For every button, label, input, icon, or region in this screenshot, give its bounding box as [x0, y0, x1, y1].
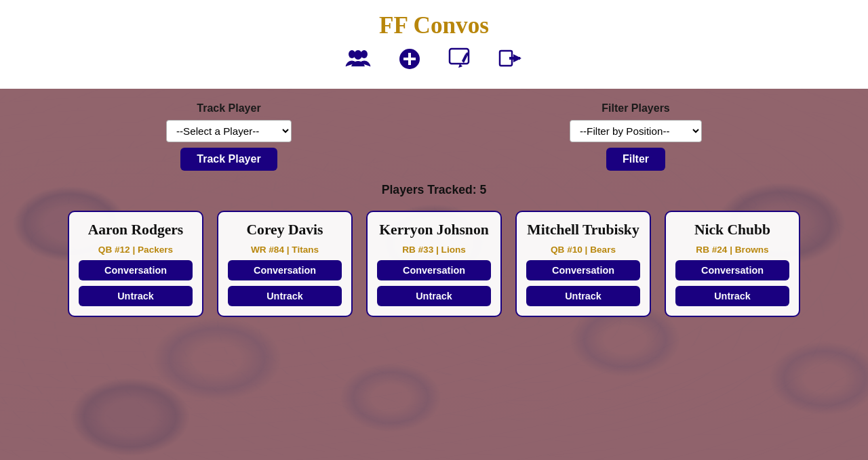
- conversation-button[interactable]: Conversation: [228, 260, 342, 280]
- controls-row: Track Player --Select a Player-- Track P…: [27, 102, 841, 171]
- player-cards: Aaron RodgersQB #12 | PackersConversatio…: [27, 211, 841, 317]
- logout-icon[interactable]: [498, 47, 523, 75]
- player-card: Kerryon JohsnonRB #33 | LionsConversatio…: [366, 211, 502, 317]
- players-tracked: Players Tracked: 5: [27, 183, 841, 197]
- svg-point-2: [354, 50, 362, 60]
- conversation-button[interactable]: Conversation: [526, 260, 640, 280]
- filter-button[interactable]: Filter: [606, 148, 665, 171]
- player-info: QB #12 | Packers: [98, 245, 173, 255]
- add-icon[interactable]: [398, 47, 421, 75]
- player-name: Corey Davis: [247, 222, 323, 239]
- player-name: Aaron Rodgers: [88, 222, 184, 239]
- untrack-button[interactable]: Untrack: [377, 286, 491, 306]
- filter-players-label: Filter Players: [601, 102, 670, 114]
- position-filter-select[interactable]: --Filter by Position-- QB RB WR TE K DEF: [570, 120, 702, 142]
- player-info: QB #10 | Bears: [551, 245, 616, 255]
- svg-rect-5: [408, 53, 411, 65]
- track-player-button[interactable]: Track Player: [180, 148, 277, 171]
- main-content: Track Player --Select a Player-- Track P…: [0, 89, 868, 460]
- conversation-button[interactable]: Conversation: [675, 260, 789, 280]
- player-info: RB #24 | Browns: [696, 245, 768, 255]
- untrack-button[interactable]: Untrack: [79, 286, 193, 306]
- untrack-button[interactable]: Untrack: [526, 286, 640, 306]
- nav-icons: [0, 47, 868, 82]
- header: FF Convos: [0, 0, 868, 89]
- player-name: Kerryon Johsnon: [379, 222, 488, 239]
- player-info: RB #33 | Lions: [402, 245, 466, 255]
- player-card: Corey DavisWR #84 | TitansConversationUn…: [217, 211, 353, 317]
- content-inner: Track Player --Select a Player-- Track P…: [27, 102, 841, 317]
- player-card: Mitchell TrubiskyQB #10 | BearsConversat…: [515, 211, 651, 317]
- filter-players-group: Filter Players --Filter by Position-- QB…: [570, 102, 702, 171]
- player-card: Aaron RodgersQB #12 | PackersConversatio…: [68, 211, 203, 317]
- untrack-button[interactable]: Untrack: [228, 286, 342, 306]
- player-info: WR #84 | Titans: [251, 245, 319, 255]
- player-card: Nick ChubbRB #24 | BrownsConversationUnt…: [665, 211, 800, 317]
- conversation-button[interactable]: Conversation: [79, 260, 193, 280]
- player-name: Mitchell Trubisky: [527, 222, 639, 239]
- untrack-button[interactable]: Untrack: [675, 286, 789, 306]
- app-title: FF Convos: [0, 12, 868, 39]
- track-player-group: Track Player --Select a Player-- Track P…: [166, 102, 292, 171]
- track-player-label: Track Player: [197, 102, 260, 114]
- edit-icon[interactable]: [448, 47, 471, 75]
- player-name: Nick Chubb: [694, 222, 770, 239]
- conversation-button[interactable]: Conversation: [377, 260, 491, 280]
- player-select[interactable]: --Select a Player--: [166, 120, 292, 142]
- svg-rect-8: [509, 57, 520, 60]
- group-icon[interactable]: [345, 47, 371, 75]
